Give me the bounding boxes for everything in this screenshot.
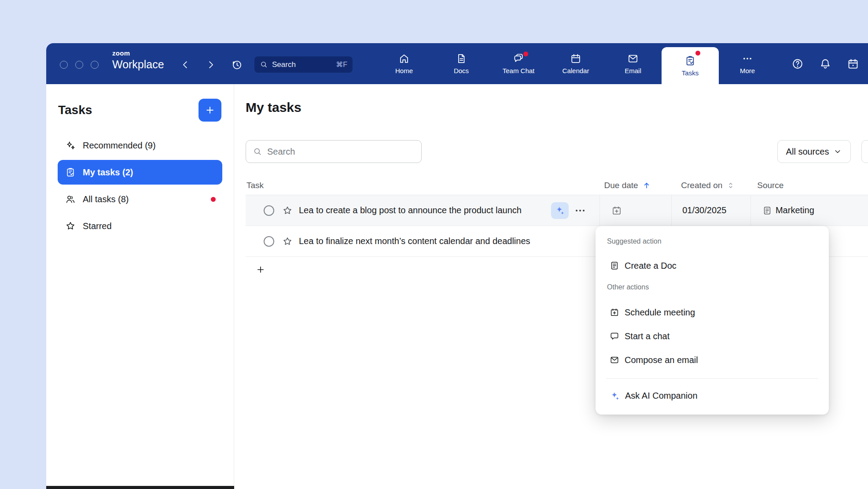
more-icon	[742, 53, 753, 64]
nav-docs[interactable]: Docs	[433, 43, 490, 84]
column-header-created-label: Created on	[681, 181, 722, 190]
people-icon	[65, 194, 76, 204]
all-tasks-notification-dot	[211, 197, 216, 202]
nav-home[interactable]: Home	[375, 43, 433, 84]
calendar-icon	[570, 53, 581, 64]
star-icon	[65, 221, 76, 231]
task-title: Lea to create a blog post to announce th…	[299, 205, 522, 215]
menu-section-label: Other actions	[607, 283, 649, 291]
email-icon	[627, 53, 639, 64]
ai-companion-button[interactable]	[551, 202, 569, 219]
nav-email[interactable]: Email	[604, 43, 662, 84]
zoom-workplace-window: zoom Workplace Search ⌘F Home	[46, 43, 868, 489]
column-header-due-date[interactable]: Due date	[599, 181, 671, 190]
nav-more[interactable]: More	[719, 43, 776, 84]
menu-item-compose-email[interactable]: Compose an email	[606, 348, 818, 372]
top-bar-right-actions	[790, 43, 861, 84]
menu-item-schedule-meeting[interactable]: Schedule meeting	[606, 300, 818, 325]
nav-more-label: More	[740, 67, 755, 74]
column-header-source-label: Source	[757, 181, 783, 190]
nav-email-label: Email	[625, 67, 641, 74]
task-search[interactable]	[246, 140, 422, 163]
window-bottom-edge	[46, 486, 234, 489]
search-icon	[260, 60, 268, 69]
nav-home-label: Home	[395, 67, 413, 74]
global-search-placeholder: Search	[272, 60, 296, 69]
chat-bubble-icon	[610, 331, 619, 341]
envelope-icon	[610, 355, 619, 365]
sparkles-icon	[65, 140, 76, 151]
plus-icon	[256, 265, 265, 274]
add-due-date-icon[interactable]	[611, 205, 622, 216]
column-header-task[interactable]: Task	[246, 181, 599, 190]
calendar-widget-button[interactable]	[846, 56, 861, 71]
sidebar-item-label: All tasks (8)	[83, 194, 129, 204]
nav-team-chat[interactable]: Team Chat	[490, 43, 547, 84]
sidebar-item-my-tasks[interactable]: My tasks (2)	[58, 160, 222, 185]
menu-item-start-chat[interactable]: Start a chat	[606, 324, 818, 348]
sidebar-item-starred[interactable]: Starred	[58, 214, 222, 238]
primary-navigation: Home Docs Team Chat Calendar Ema	[375, 43, 776, 84]
sidebar-title: Tasks	[58, 103, 92, 117]
task-row[interactable]: Lea to create a blog post to announce th…	[246, 195, 868, 226]
nav-tasks-label: Tasks	[682, 69, 699, 77]
back-button[interactable]	[178, 58, 192, 72]
task-list-icon	[65, 167, 76, 178]
menu-item-label: Start a chat	[625, 331, 669, 341]
window-minimize-button[interactable]	[75, 61, 83, 69]
help-button[interactable]	[790, 56, 805, 71]
created-on-value: 01/30/2025	[682, 205, 726, 215]
ai-sparkle-icon	[555, 205, 565, 215]
chevron-left-icon	[180, 59, 191, 70]
calendar-plus-icon	[610, 307, 619, 317]
menu-item-label: Create a Doc	[625, 261, 677, 271]
sources-filter-dropdown[interactable]: All sources	[777, 140, 851, 163]
task-complete-checkbox[interactable]	[264, 205, 274, 216]
plus-icon	[205, 105, 215, 115]
source-value: Marketing	[776, 205, 814, 215]
logo-zoom-text: zoom	[112, 50, 164, 57]
star-icon[interactable]	[282, 236, 293, 247]
menu-item-label: Schedule meeting	[625, 307, 695, 318]
global-search[interactable]: Search ⌘F	[254, 56, 353, 73]
search-shortcut-hint: ⌘F	[336, 60, 347, 69]
menu-item-ask-ai-companion[interactable]: Ask AI Companion	[606, 383, 818, 408]
history-button[interactable]	[230, 58, 244, 72]
nav-team-chat-label: Team Chat	[503, 67, 535, 74]
menu-divider	[606, 378, 818, 379]
nav-tasks[interactable]: Tasks	[662, 47, 719, 84]
task-complete-checkbox[interactable]	[264, 236, 274, 247]
docs-icon	[456, 53, 467, 64]
chevron-right-icon	[205, 59, 217, 70]
column-header-source[interactable]: Source	[750, 181, 868, 190]
column-header-created-on[interactable]: Created on	[670, 181, 750, 190]
task-search-input[interactable]	[267, 147, 415, 157]
sidebar-item-all-tasks[interactable]: All tasks (8)	[58, 187, 222, 211]
nav-calendar[interactable]: Calendar	[547, 43, 604, 84]
notifications-button[interactable]	[818, 56, 833, 71]
row-more-actions-button[interactable]	[572, 203, 588, 219]
created-on-cell: 01/30/2025	[671, 195, 750, 226]
menu-section-label: Suggested action	[607, 237, 662, 245]
sources-filter-label: All sources	[786, 147, 829, 157]
nav-calendar-label: Calendar	[563, 67, 589, 74]
sidebar-item-label: My tasks (2)	[83, 167, 133, 178]
home-icon	[398, 53, 410, 64]
sidebar-item-recommended[interactable]: Recommended (9)	[58, 133, 222, 158]
menu-item-label: Compose an email	[625, 355, 698, 365]
star-icon[interactable]	[282, 205, 293, 216]
chevron-down-icon	[833, 147, 842, 156]
add-task-row-button[interactable]	[254, 263, 267, 276]
sidebar-item-label: Recommended (9)	[83, 141, 156, 151]
logo-workplace-text: Workplace	[112, 59, 164, 71]
task-title: Lea to finalize next month’s content cal…	[299, 236, 530, 246]
menu-item-create-doc[interactable]: Create a Doc	[606, 253, 818, 278]
filter-button-partial[interactable]	[861, 140, 868, 163]
source-cell: Marketing	[750, 195, 868, 226]
forward-button[interactable]	[204, 58, 218, 72]
add-task-button[interactable]	[199, 99, 221, 122]
window-close-button[interactable]	[60, 61, 68, 69]
source-icon	[762, 206, 772, 215]
window-zoom-button[interactable]	[91, 61, 99, 69]
column-header-task-label: Task	[246, 181, 264, 190]
